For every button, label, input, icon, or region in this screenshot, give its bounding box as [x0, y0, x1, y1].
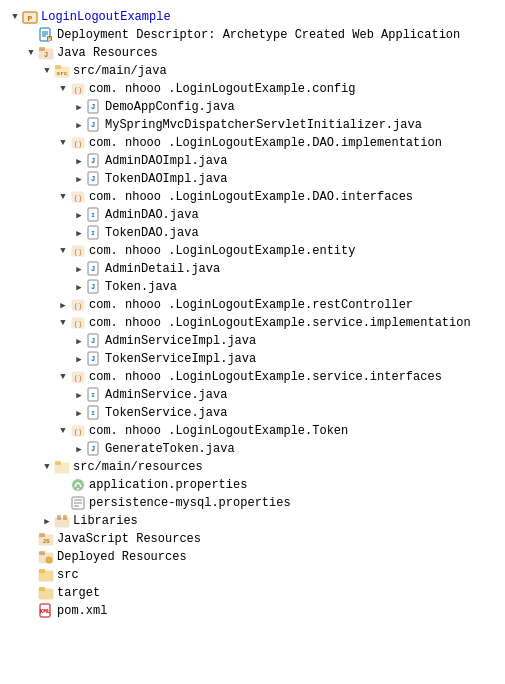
file-token[interactable]: ▶ J Token.java	[8, 278, 497, 296]
svg-text:J: J	[44, 51, 48, 59]
package-entity-icon: ()	[70, 243, 86, 259]
pkg-svc-impl[interactable]: ▼ () com. nhooo .LoginLogoutExample.serv…	[8, 314, 497, 332]
admin-svc-toggle[interactable]: ▶	[72, 334, 86, 348]
admin-dao-toggle[interactable]: ▶	[72, 208, 86, 222]
svg-text:J: J	[91, 355, 95, 363]
svg-text:I: I	[91, 392, 95, 399]
svg-text:(): ()	[74, 86, 82, 94]
file-admin-svc[interactable]: ▶ I AdminService.java	[8, 386, 497, 404]
package-token-icon: ()	[70, 423, 86, 439]
pkg-dao-impl[interactable]: ▼ () com. nhooo .LoginLogoutExample.DAO.…	[8, 134, 497, 152]
package-rest-icon: ()	[70, 297, 86, 313]
svg-text:J: J	[91, 337, 95, 345]
file-admin-dao[interactable]: ▶ I AdminDAO.java	[8, 206, 497, 224]
pkg-dao-iface-toggle[interactable]: ▼	[56, 190, 70, 204]
package-svc-iface-icon: ()	[70, 369, 86, 385]
file-admin-detail[interactable]: ▶ J AdminDetail.java	[8, 260, 497, 278]
spring-mvc-toggle[interactable]: ▶	[72, 118, 86, 132]
file-spring-mvc[interactable]: ▶ J MySpringMvcDispatcherServletInitiali…	[8, 116, 497, 134]
file-token-svc[interactable]: ▶ I TokenService.java	[8, 404, 497, 422]
pkg-token[interactable]: ▼ () com. nhooo .LoginLogoutExample.Toke…	[8, 422, 497, 440]
svg-text:(): ()	[74, 302, 82, 310]
file-persistence-mysql[interactable]: persistence-mysql.properties	[8, 494, 497, 512]
libraries-toggle[interactable]: ▶	[40, 514, 54, 528]
token-svc-impl-label: TokenServiceImpl.java	[105, 352, 256, 366]
pkg-config[interactable]: ▼ () com. nhooo .LoginLogoutExample.conf…	[8, 80, 497, 98]
pkg-token-toggle[interactable]: ▼	[56, 424, 70, 438]
pkg-svc-iface[interactable]: ▼ () com. nhooo .LoginLogoutExample.serv…	[8, 368, 497, 386]
admin-dao-impl-toggle[interactable]: ▶	[72, 154, 86, 168]
admin-detail-toggle[interactable]: ▶	[72, 262, 86, 276]
admin-detail-icon: J	[86, 261, 102, 277]
deployment-descriptor[interactable]: W Deployment Descriptor: Archetype Creat…	[8, 26, 497, 44]
pom-xml-icon: XML	[38, 603, 54, 619]
file-demo-app-config[interactable]: ▶ J DemoAppConfig.java	[8, 98, 497, 116]
svg-rect-72	[39, 551, 45, 555]
admin-dao-icon: I	[86, 207, 102, 223]
deployed-resources-icon	[38, 549, 54, 565]
pkg-config-toggle[interactable]: ▼	[56, 82, 70, 96]
demo-app-toggle[interactable]: ▶	[72, 100, 86, 114]
generate-token-label: GenerateToken.java	[105, 442, 235, 456]
svg-text:J: J	[91, 445, 95, 453]
file-pom-xml[interactable]: XML pom.xml	[8, 602, 497, 620]
svg-text:JS: JS	[42, 538, 50, 545]
file-token-svc-impl[interactable]: ▶ J TokenServiceImpl.java	[8, 350, 497, 368]
generate-token-toggle[interactable]: ▶	[72, 442, 86, 456]
pkg-svc-impl-label: com. nhooo .LoginLogoutExample.service.i…	[89, 316, 471, 330]
svg-rect-69	[39, 533, 45, 537]
pkg-entity[interactable]: ▼ () com. nhooo .LoginLogoutExample.enti…	[8, 242, 497, 260]
javascript-resources[interactable]: JS JavaScript Resources	[8, 530, 497, 548]
file-token-dao-impl[interactable]: ▶ J TokenDAOImpl.java	[8, 170, 497, 188]
deployed-resources[interactable]: Deployed Resources	[8, 548, 497, 566]
pkg-svc-impl-toggle[interactable]: ▼	[56, 316, 70, 330]
java-resources-toggle[interactable]: ▼	[24, 46, 38, 60]
pkg-rest-controller[interactable]: ▶ () com. nhooo .LoginLogoutExample.rest…	[8, 296, 497, 314]
src-resources-toggle[interactable]: ▼	[40, 460, 54, 474]
file-admin-dao-impl[interactable]: ▶ J AdminDAOImpl.java	[8, 152, 497, 170]
folder-target[interactable]: target	[8, 584, 497, 602]
pkg-dao-interfaces[interactable]: ▼ () com. nhooo .LoginLogoutExample.DAO.…	[8, 188, 497, 206]
folder-target-label: target	[57, 586, 100, 600]
file-token-dao[interactable]: ▶ I TokenDAO.java	[8, 224, 497, 242]
pkg-rest-toggle[interactable]: ▶	[56, 298, 70, 312]
token-toggle[interactable]: ▶	[72, 280, 86, 294]
svg-text:I: I	[91, 410, 95, 417]
pkg-entity-toggle[interactable]: ▼	[56, 244, 70, 258]
admin-detail-label: AdminDetail.java	[105, 262, 220, 276]
token-dao-toggle[interactable]: ▶	[72, 226, 86, 240]
file-generate-token[interactable]: ▶ J GenerateToken.java	[8, 440, 497, 458]
src-main-java-toggle[interactable]: ▼	[40, 64, 54, 78]
mysql-props-label: persistence-mysql.properties	[89, 496, 291, 510]
js-resources-icon: JS	[38, 531, 54, 547]
pom-xml-label: pom.xml	[57, 604, 107, 618]
svg-text:J: J	[91, 175, 95, 183]
java-resources[interactable]: ▼ J Java Resources	[8, 44, 497, 62]
libraries[interactable]: ▶ Libraries	[8, 512, 497, 530]
src-main-java-icon: src	[54, 63, 70, 79]
svg-text:J: J	[91, 157, 95, 165]
token-svc-iface-toggle[interactable]: ▶	[72, 406, 86, 420]
folder-src[interactable]: src	[8, 566, 497, 584]
src-main-java[interactable]: ▼ src src/main/java	[8, 62, 497, 80]
svg-rect-67	[63, 515, 67, 520]
pkg-dao-impl-toggle[interactable]: ▼	[56, 136, 70, 150]
svg-rect-13	[55, 65, 61, 69]
java-resources-icon: J	[38, 45, 54, 61]
tree-root[interactable]: ▼ P LoginLogoutExample	[8, 8, 497, 26]
mysql-props-icon	[70, 495, 86, 511]
svg-text:P: P	[28, 14, 33, 23]
pkg-svc-iface-toggle[interactable]: ▼	[56, 370, 70, 384]
token-dao-label: TokenDAO.java	[105, 226, 199, 240]
token-dao-impl-toggle[interactable]: ▶	[72, 172, 86, 186]
svg-text:XML: XML	[40, 608, 51, 615]
token-icon: J	[86, 279, 102, 295]
token-svc-impl-icon: J	[86, 351, 102, 367]
root-toggle[interactable]: ▼	[8, 10, 22, 24]
file-admin-svc-impl[interactable]: ▶ J AdminServiceImpl.java	[8, 332, 497, 350]
svg-text:(): ()	[74, 374, 82, 382]
src-main-resources[interactable]: ▼ src/main/resources	[8, 458, 497, 476]
file-application-properties[interactable]: application.properties	[8, 476, 497, 494]
token-svc-toggle[interactable]: ▶	[72, 352, 86, 366]
admin-svc-iface-toggle[interactable]: ▶	[72, 388, 86, 402]
